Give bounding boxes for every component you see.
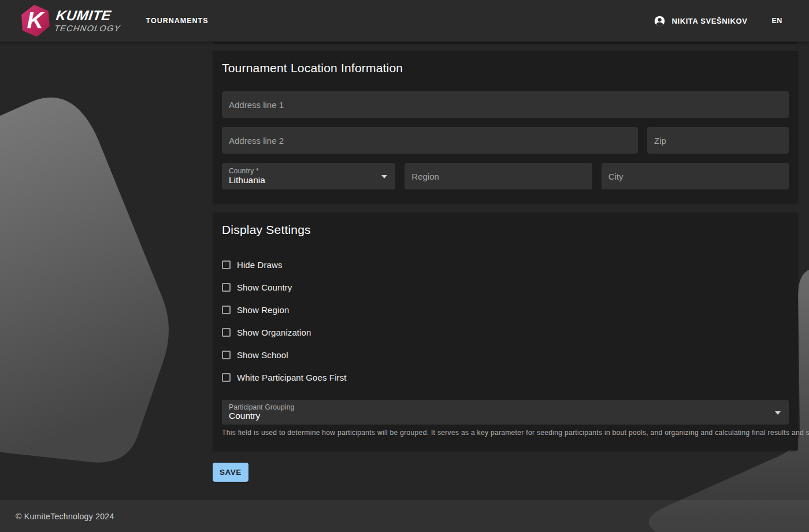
brand-name: KUMITE: [55, 9, 124, 23]
country-select[interactable]: Country * Lithuania: [222, 163, 395, 189]
tournament-location-card: Tournament Location Information Country …: [213, 51, 798, 203]
checkbox-label: Show School: [237, 350, 288, 360]
logo-letter: K: [27, 8, 46, 33]
participant-grouping-helper-text: This field is used to determine how part…: [222, 429, 789, 437]
location-card-title: Tournament Location Information: [222, 61, 789, 75]
participant-grouping-label: Participant Grouping: [229, 403, 294, 411]
display-card-title: Display Settings: [222, 223, 789, 237]
app-header: K KUMITE TECHNOLOGY TOURNAMENTS NIKITA S…: [0, 0, 809, 42]
checkbox-icon[interactable]: [222, 328, 231, 337]
city-input[interactable]: [602, 163, 789, 189]
user-name: NIKITA SVEŠNIKOV: [671, 17, 747, 25]
brand-logo[interactable]: K KUMITE TECHNOLOGY: [20, 5, 122, 37]
checkbox-label: White Participant Goes First: [237, 373, 347, 382]
checkbox-show-school[interactable]: Show School: [222, 349, 789, 360]
checkbox-label: Show Region: [237, 305, 289, 315]
checkbox-icon[interactable]: [222, 351, 231, 359]
account-circle-icon: [654, 15, 666, 27]
chevron-down-icon: [381, 175, 387, 178]
participant-grouping-value: Country: [229, 411, 260, 421]
kumite-hexagon-logo-icon: K: [20, 5, 50, 37]
checkbox-white-participant-first[interactable]: White Participant Goes First: [222, 371, 789, 383]
checkbox-icon[interactable]: [222, 306, 231, 314]
previous-card-bottom-edge: [213, 42, 798, 44]
participant-grouping-select[interactable]: Participant Grouping Country: [222, 400, 789, 425]
save-button[interactable]: SAVE: [213, 463, 248, 482]
country-select-value: Lithuania: [229, 175, 265, 185]
checkbox-label: Show Organization: [237, 328, 311, 337]
checkbox-show-country[interactable]: Show Country: [222, 281, 789, 293]
chevron-down-icon: [775, 411, 781, 415]
copyright-text: © KumiteTechnology 2024: [16, 512, 114, 521]
brand-subname: TECHNOLOGY: [54, 24, 121, 33]
checkbox-show-organization[interactable]: Show Organization: [222, 326, 789, 338]
left-blob-shape: [0, 98, 169, 463]
main-content: Tournament Location Information Country …: [213, 42, 798, 482]
country-select-label: Country *: [229, 167, 259, 175]
address-line-2-input[interactable]: [222, 127, 638, 154]
checkbox-icon[interactable]: [222, 283, 231, 292]
nav-tournaments[interactable]: TOURNAMENTS: [146, 17, 209, 25]
address-line-1-input[interactable]: [222, 91, 789, 118]
zip-input[interactable]: [647, 127, 789, 154]
region-input[interactable]: [404, 163, 592, 189]
user-menu[interactable]: NIKITA SVEŠNIKOV: [654, 15, 747, 27]
checkbox-icon[interactable]: [222, 261, 231, 269]
checkbox-label: Show Country: [237, 282, 292, 292]
language-selector[interactable]: EN: [771, 17, 782, 25]
brand-text: KUMITE TECHNOLOGY: [54, 9, 123, 33]
checkbox-label: Hide Draws: [237, 260, 283, 270]
display-settings-card: Display Settings Hide Draws Show Country…: [213, 213, 798, 451]
checkbox-icon[interactable]: [222, 373, 231, 382]
page-footer: © KumiteTechnology 2024: [0, 500, 809, 532]
checkbox-show-region[interactable]: Show Region: [222, 304, 789, 315]
display-options-list: Hide Draws Show Country Show Region Show…: [222, 259, 789, 383]
checkbox-hide-draws[interactable]: Hide Draws: [222, 259, 789, 270]
